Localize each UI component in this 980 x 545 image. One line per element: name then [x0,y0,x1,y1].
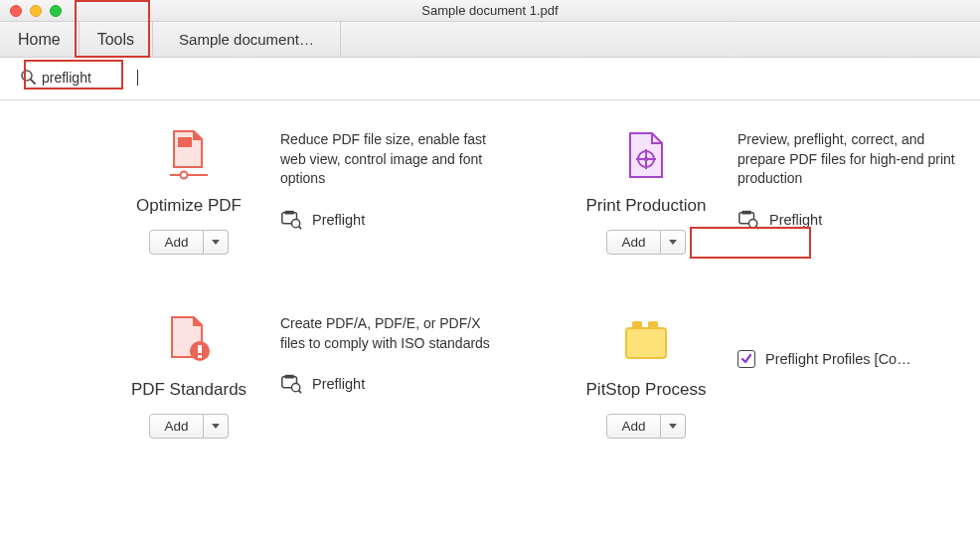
chevron-down-icon [212,424,220,429]
window-zoom-button[interactable] [50,5,62,17]
tab-tools[interactable]: Tools [80,22,153,57]
tab-home[interactable]: Home [0,22,80,57]
svg-line-8 [298,226,301,229]
preflight-label: Preflight [312,212,365,228]
search-icon [20,69,36,88]
svg-point-4 [181,172,188,179]
preflight-profiles-label: Preflight Profiles [Co… [765,351,911,367]
svg-rect-2 [178,137,192,147]
main-toolbar: Home Tools Sample document… [0,22,980,58]
add-dropdown-button[interactable] [661,230,686,255]
tool-description: Preview, preflight, correct, and prepare… [737,130,956,189]
add-button[interactable]: Add [606,230,660,255]
tool-print-production: Print Production Add Preview, preflight,… [576,130,974,255]
tool-pitstop-process: PitStop Process Add Preflight Profiles [… [576,314,974,439]
svg-rect-14 [742,211,751,215]
optimize-pdf-icon [164,130,214,182]
search-input[interactable] [42,68,131,88]
tool-title: Optimize PDF [136,196,242,216]
text-caret [137,70,138,86]
print-production-icon [621,130,671,182]
pitstop-process-icon [621,314,671,366]
tool-optimize-pdf: Optimize PDF Add Reduce PDF file size, e… [119,130,517,255]
svg-rect-24 [626,328,666,358]
search-row [0,58,980,95]
preflight-icon [280,374,302,394]
add-dropdown-button[interactable] [204,230,229,255]
svg-point-12 [644,157,648,161]
tool-title: PitStop Process [586,380,707,400]
add-button[interactable]: Add [606,414,660,439]
tool-pdf-standards: PDF Standards Add Create PDF/A, PDF/E, o… [119,314,517,439]
svg-rect-19 [198,355,202,358]
add-button[interactable]: Add [149,230,203,255]
add-dropdown-button[interactable] [204,414,229,439]
chevron-down-icon [669,240,677,245]
window-title: Sample document 1.pdf [0,3,980,18]
preflight-icon [737,210,759,230]
svg-line-23 [298,391,301,394]
chevron-down-icon [212,240,220,245]
tool-description: Reduce PDF file size, enable fast web vi… [280,130,499,189]
svg-rect-21 [285,375,294,379]
svg-rect-18 [198,345,202,353]
checkbox-icon [737,350,755,368]
window-minimize-button[interactable] [30,5,42,17]
svg-line-1 [31,80,35,84]
window-close-button[interactable] [10,5,22,17]
add-dropdown-button[interactable] [661,414,686,439]
preflight-icon [280,210,302,230]
svg-rect-6 [285,211,294,215]
preflight-label: Preflight [312,376,365,392]
chevron-down-icon [669,424,677,429]
tool-title: PDF Standards [131,380,246,400]
tab-document[interactable]: Sample document… [153,22,341,57]
preflight-link[interactable]: Preflight [280,371,517,397]
preflight-label: Preflight [769,212,822,228]
preflight-profiles-link[interactable]: Preflight Profiles [Co… [737,350,974,368]
tool-description: Create PDF/A, PDF/E, or PDF/X files to c… [280,314,499,353]
svg-line-16 [755,226,758,229]
preflight-link[interactable]: Preflight [280,207,517,233]
svg-rect-25 [632,321,642,329]
tools-content: Optimize PDF Add Reduce PDF file size, e… [0,100,980,439]
preflight-link[interactable]: Preflight [737,207,974,233]
pdf-standards-icon [164,314,214,366]
titlebar: Sample document 1.pdf [0,0,980,22]
tool-title: Print Production [586,196,707,216]
svg-rect-26 [648,321,658,329]
add-button[interactable]: Add [149,414,203,439]
